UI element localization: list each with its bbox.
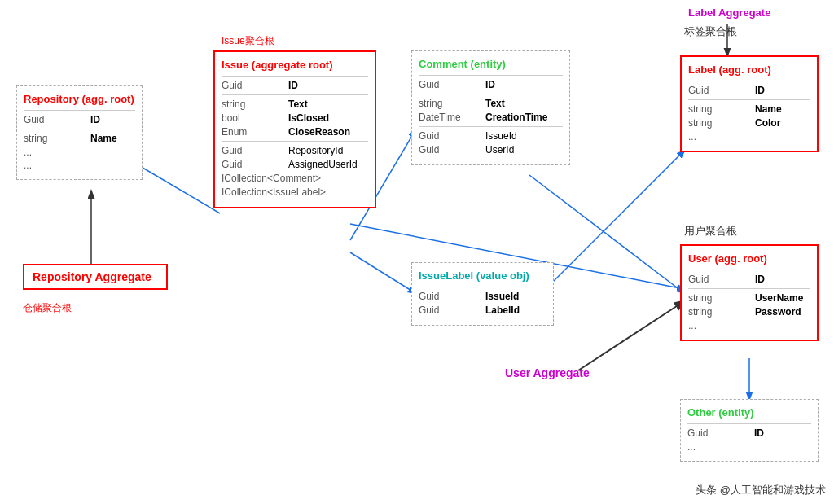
svg-line-0 (134, 163, 220, 213)
comment-name-issueid: IssueId (485, 130, 517, 142)
svg-line-3 (350, 252, 415, 293)
issue-box: Issue (aggregate root) Guid ID string Te… (213, 50, 376, 208)
comment-type-guid3: Guid (419, 144, 476, 156)
label-dots: ... (688, 131, 810, 142)
issue-div-2 (222, 94, 368, 95)
comment-type-datetime: DateTime (419, 112, 476, 123)
divider-repo-2 (24, 129, 135, 129)
issuelabel-type-guid1: Guid (419, 291, 476, 302)
cn-user-aggregate: 用户聚合根 (684, 224, 737, 239)
comment-type-guid2: Guid (419, 130, 476, 142)
diagram-container: Repository (agg. root) Guid ID string Na… (0, 0, 834, 504)
comment-row-userid: Guid UserId (419, 144, 563, 156)
issuelabel-row-issueid: Guid IssueId (419, 291, 546, 302)
repo-dots-2: ... (24, 160, 135, 171)
comment-type-string: string (419, 98, 476, 109)
issue-name-repoid: RepositoryId (288, 145, 343, 156)
issue-name-assigneduserid: AssignedUserId (288, 159, 358, 170)
user-name-id: ID (755, 274, 765, 285)
comment-row-guid: Guid ID (419, 79, 563, 90)
label-div-1 (688, 81, 810, 81)
issue-name-text: Text (288, 99, 308, 110)
other-div-1 (687, 423, 811, 424)
comment-div-1 (419, 75, 563, 76)
comment-box-title: Comment (entity) (419, 58, 563, 70)
label-row-guid: Guid ID (688, 85, 810, 96)
comment-name-id: ID (485, 79, 495, 90)
issuelabel-box-title: IssueLabel (value obj) (419, 270, 546, 282)
repo-row-2: string Name (24, 133, 135, 144)
comment-name-creationtime: CreationTime (485, 112, 547, 123)
label-aggregate-en-label: Label Aggregate (688, 7, 770, 19)
issue-name-id: ID (288, 80, 298, 91)
issuelabel-div-1 (419, 287, 546, 287)
divider-repo (24, 110, 135, 111)
user-row-password: string Password (688, 306, 810, 318)
comment-box: Comment (entity) Guid ID string Text Dat… (411, 50, 570, 165)
comment-type-guid: Guid (419, 79, 476, 90)
issue-row-assigneduserid: Guid AssignedUserId (222, 159, 368, 170)
issuelabel-name-issueid: IssueId (485, 291, 519, 302)
other-type-guid: Guid (687, 427, 744, 439)
comment-row-datetime: DateTime CreationTime (419, 112, 563, 123)
issue-type-icollcomment: ICollection<Comment> (222, 173, 321, 184)
repo-dots-1: ... (24, 147, 135, 158)
label-type-guid: Guid (688, 85, 745, 96)
repo-row-1: Guid ID (24, 114, 135, 125)
repo-name-1: ID (90, 114, 100, 125)
user-type-guid: Guid (688, 274, 745, 285)
label-name-name: Name (755, 103, 782, 115)
other-box-title: Other (entity) (687, 406, 811, 419)
label-box: Label (agg. root) Guid ID string Name st… (680, 55, 819, 152)
cn-label-aggregate: 标签聚合根 (684, 24, 737, 39)
issuelabel-box: IssueLabel (value obj) Guid IssueId Guid… (411, 262, 554, 326)
label-type-string2: string (688, 117, 745, 129)
cn-issue-aggregate: Issue聚合根 (222, 34, 274, 48)
repository-box-title: Repository (agg. root) (24, 93, 135, 105)
user-type-string1: string (688, 292, 745, 304)
issue-div-1 (222, 76, 368, 77)
issue-row-issuelabels: ICollection<IssueLabel> (222, 186, 368, 198)
other-row-guid: Guid ID (687, 427, 811, 439)
issue-row-closereason: Enum CloseReason (222, 126, 368, 138)
comment-name-text: Text (485, 98, 505, 109)
issue-type-bool: bool (222, 112, 279, 124)
cn-repository-aggregate: 仓储聚合根 (23, 301, 72, 315)
issue-name-closereason: CloseReason (288, 126, 350, 138)
watermark: 头条 @人工智能和游戏技术 (696, 483, 826, 497)
issuelabel-row-labelid: Guid LabelId (419, 305, 546, 316)
label-type-string1: string (688, 103, 745, 115)
repo-name-2: Name (90, 133, 117, 144)
issue-row-guid: Guid ID (222, 80, 368, 91)
label-name-id: ID (755, 85, 765, 96)
issue-row-text: string Text (222, 99, 368, 110)
issue-type-guid2: Guid (222, 145, 279, 156)
svg-line-8 (578, 301, 684, 370)
user-row-guid: Guid ID (688, 274, 810, 285)
issue-row-comments: ICollection<Comment> (222, 173, 368, 184)
issuelabel-type-guid2: Guid (419, 305, 476, 316)
other-name-id: ID (754, 427, 764, 439)
user-div-1 (688, 270, 810, 270)
label-div-2 (688, 99, 810, 100)
user-div-2 (688, 288, 810, 289)
label-row-color: string Color (688, 117, 810, 129)
user-box: User (agg. root) Guid ID string UserName… (680, 244, 819, 341)
issue-name-isclosed: IsClosed (288, 112, 329, 124)
repo-type-1: Guid (24, 114, 81, 125)
repo-type-2: string (24, 133, 81, 144)
issue-type-guid: Guid (222, 80, 279, 91)
issuelabel-name-labelid: LabelId (485, 305, 520, 316)
repository-aggregate-box: Repository Aggregate (23, 264, 168, 290)
user-name-password: Password (755, 306, 801, 318)
label-box-title: Label (agg. root) (688, 64, 810, 76)
user-box-title: User (agg. root) (688, 252, 810, 265)
issue-div-3 (222, 141, 368, 142)
user-dots: ... (688, 320, 810, 331)
repository-aggregate-label: Repository Aggregate (33, 270, 151, 283)
comment-name-userid: UserId (485, 144, 514, 156)
issue-box-title: Issue (aggregate root) (222, 59, 368, 71)
label-name-color: Color (755, 117, 780, 129)
issue-type-string: string (222, 99, 279, 110)
issue-row-repoid: Guid RepositoryId (222, 145, 368, 156)
